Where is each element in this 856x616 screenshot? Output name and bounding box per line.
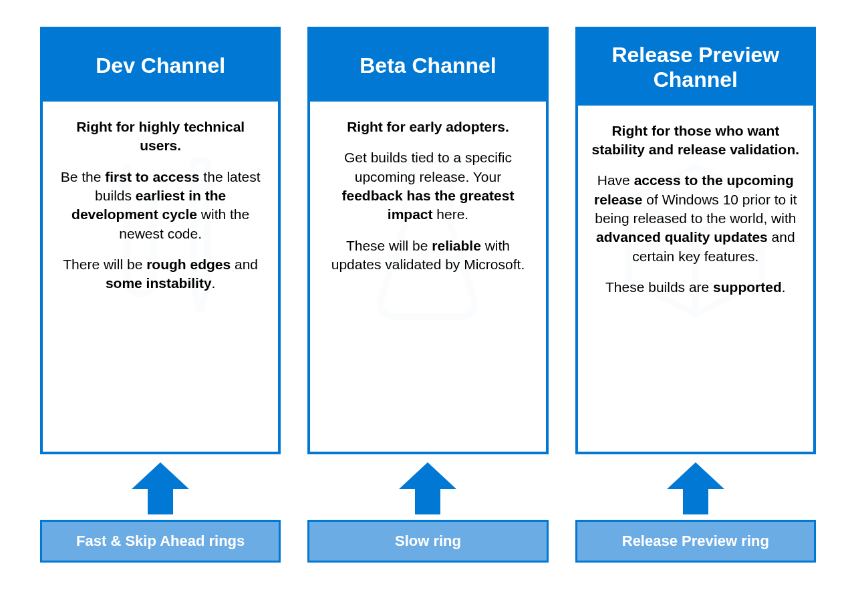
channel-card-dev: Dev Channel Right for highly technical u… [40,27,281,454]
channel-card-release-preview: Release Preview Channel Right for those … [575,27,816,454]
arrow-up-icon [132,462,189,514]
channel-desc-1: Get builds tied to a specific upcoming r… [323,148,532,224]
arrow-up-icon [667,462,724,514]
channel-title: Dev Channel [43,29,278,102]
ring-label-beta: Slow ring [307,520,548,563]
channel-title: Release Preview Channel [578,29,813,106]
channel-column-dev: Dev Channel Right for highly technical u… [40,27,281,563]
channel-tagline: Right for highly technical users. [56,118,265,156]
channel-desc-2: There will be rough edges and some insta… [56,255,265,293]
channel-title: Beta Channel [310,29,545,102]
ring-label-dev: Fast & Skip Ahead rings [40,520,281,563]
channel-desc-1: Be the first to access the latest builds… [56,168,265,243]
channel-column-beta: Beta Channel Right for early adopters. G… [307,27,548,563]
channel-column-release-preview: Release Preview Channel Right for those … [575,27,816,563]
channel-desc-2: These will be reliable with updates vali… [323,237,532,275]
channel-body-release-preview: Right for those who want stability and r… [578,106,813,452]
channel-body-beta: Right for early adopters. Get builds tie… [310,102,545,452]
channel-card-beta: Beta Channel Right for early adopters. G… [307,27,548,454]
channel-tagline: Right for early adopters. [323,118,532,136]
channels-container: Dev Channel Right for highly technical u… [40,27,816,563]
channel-tagline: Right for those who want stability and r… [591,122,800,160]
channel-desc-2: These builds are supported. [591,278,800,297]
svg-marker-7 [667,462,724,514]
channel-body-dev: Right for highly technical users. Be the… [43,102,278,452]
arrow-up-icon [399,462,456,514]
channel-desc-1: Have access to the upcoming release of W… [591,171,800,266]
ring-label-release-preview: Release Preview ring [575,520,816,563]
svg-marker-4 [399,462,456,514]
svg-marker-1 [132,462,189,514]
